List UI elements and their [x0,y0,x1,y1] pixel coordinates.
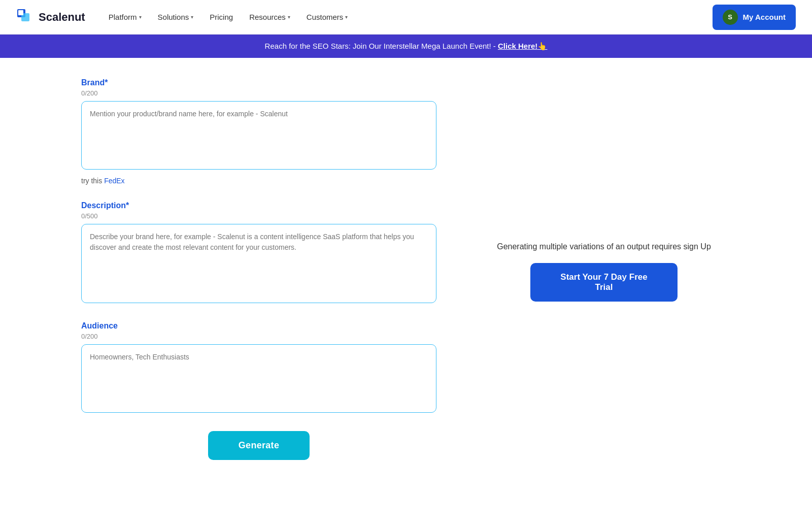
generate-row: Generate [81,431,436,460]
audience-input[interactable] [81,344,436,413]
generate-button[interactable]: Generate [208,431,310,460]
avatar: S [723,10,738,25]
sidebar-info-text: Generating multiple variations of an out… [497,241,711,253]
navbar-right: S My Account [713,5,796,30]
promo-banner: Reach for the SEO Stars: Join Our Inters… [0,35,812,58]
description-field-group: Description* 0/500 [81,201,436,305]
audience-counter: 0/200 [81,333,436,340]
nav-customers[interactable]: Customers ▾ [299,9,355,25]
chevron-down-icon: ▾ [139,14,142,20]
sidebar-section: Generating multiple variations of an out… [477,78,731,460]
audience-field-group: Audience 0/200 [81,321,436,415]
description-counter: 0/500 [81,212,436,220]
brand-counter: 0/200 [81,89,436,97]
chevron-down-icon: ▾ [288,14,290,20]
description-label: Description* [81,201,436,210]
brand-field-group: Brand* 0/200 try this FedEx [81,78,436,185]
try-this-fedex-link[interactable]: FedEx [104,177,124,185]
promo-banner-link[interactable]: Click Here!👆 [498,42,547,50]
navbar: Scalenut Platform ▾ Solutions ▾ Pricing … [0,0,812,35]
nav-platform[interactable]: Platform ▾ [101,9,149,25]
svg-rect-2 [18,10,23,15]
my-account-button[interactable]: S My Account [713,5,796,30]
nav-menu: Platform ▾ Solutions ▾ Pricing Resources… [101,9,713,25]
chevron-down-icon: ▾ [191,14,193,20]
logo-icon [16,8,35,26]
description-input[interactable] [81,224,436,303]
nav-solutions[interactable]: Solutions ▾ [151,9,201,25]
logo-text: Scalenut [39,11,85,24]
form-section: Brand* 0/200 try this FedEx Description*… [81,78,436,460]
nav-pricing[interactable]: Pricing [202,9,240,25]
try-this-hint: try this FedEx [81,177,436,185]
brand-input[interactable] [81,101,436,170]
audience-label: Audience [81,321,436,331]
nav-resources[interactable]: Resources ▾ [242,9,297,25]
logo[interactable]: Scalenut [16,8,85,26]
brand-label: Brand* [81,78,436,87]
main-container: Brand* 0/200 try this FedEx Description*… [51,58,761,490]
chevron-down-icon: ▾ [345,14,348,20]
free-trial-button[interactable]: Start Your 7 Day Free Trial [530,263,678,302]
